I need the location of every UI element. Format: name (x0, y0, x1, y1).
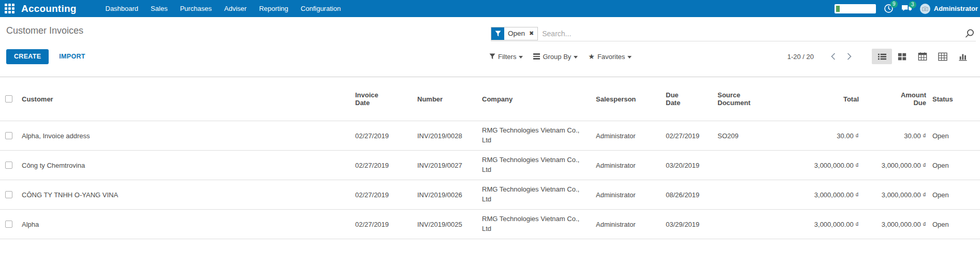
activity-count-badge: 9 (890, 1, 898, 8)
messages-button[interactable]: 3 (901, 4, 912, 13)
cell-salesperson: Administrator (593, 162, 663, 169)
menu-item-adviser[interactable]: Adviser (218, 0, 253, 17)
user-menu[interactable]: Administrator (920, 4, 978, 14)
cell-customer: CÔNG TY TNHH O-YANG VINA (19, 191, 352, 199)
cell-invoice-date: 02/27/2019 (352, 162, 414, 169)
search-input[interactable] (538, 30, 964, 38)
import-button[interactable]: IMPORT (59, 53, 85, 60)
calendar-view-button[interactable] (912, 49, 932, 64)
calendar-view-icon (918, 52, 927, 61)
view-switcher (872, 49, 973, 64)
column-header-number[interactable]: Number (414, 95, 479, 103)
column-header-due-date[interactable]: Due Date (663, 91, 714, 107)
row-checkbox[interactable] (5, 162, 12, 169)
group-by-label: Group By (543, 53, 571, 61)
cell-number: INV/2019/0027 (414, 162, 479, 169)
group-by-icon (533, 53, 540, 60)
cell-status: Open (929, 191, 968, 199)
column-header-salesperson[interactable]: Salesperson (593, 95, 663, 103)
cell-company: RMG Technologies Vietnam Co., Ltd (479, 185, 593, 204)
column-header-company[interactable]: Company (479, 95, 593, 103)
menu-item-reporting[interactable]: Reporting (253, 0, 294, 17)
row-checkbox[interactable] (5, 132, 12, 139)
table-row[interactable]: Alpha 02/27/2019 INV/2019/0025 RMG Techn… (0, 210, 980, 239)
cell-company: RMG Technologies Vietnam Co., Ltd (479, 126, 593, 145)
menu-item-configuration[interactable]: Configuration (295, 0, 347, 17)
cell-amount-due: 3,000,000.00 ₫ (862, 191, 929, 199)
app-title: Accounting (21, 3, 77, 14)
kanban-view-icon (898, 52, 906, 61)
pager-previous-button[interactable] (825, 50, 841, 63)
page-title: Customer Invoices (6, 25, 83, 36)
cell-due-date: 03/29/2019 (663, 221, 714, 228)
cell-number: INV/2019/0025 (414, 221, 479, 228)
menu-item-dashboard[interactable]: Dashboard (99, 0, 145, 17)
cell-salesperson: Administrator (593, 191, 663, 199)
create-button[interactable]: CREATE (6, 49, 49, 64)
group-by-dropdown[interactable]: Group By (533, 53, 578, 61)
cell-amount-due: 3,000,000.00 ₫ (862, 221, 929, 228)
cell-total: 3,000,000.00 ₫ (782, 191, 862, 199)
row-checkbox[interactable] (5, 221, 12, 228)
cell-number: INV/2019/0026 (414, 191, 479, 199)
cell-customer: Alpha (19, 221, 352, 228)
table-row[interactable]: Alpha, Invoice address 02/27/2019 INV/20… (0, 121, 980, 151)
message-count-badge: 3 (909, 1, 916, 8)
list-view-icon (877, 52, 887, 61)
favorites-label: Favorites (597, 53, 625, 61)
caret-down-icon (519, 56, 523, 59)
list-view-button[interactable] (872, 49, 892, 64)
pager-next-button[interactable] (841, 50, 857, 63)
invoice-list: Customer Invoice Date Number Company Sal… (0, 77, 980, 239)
cell-status: Open (929, 221, 968, 228)
cell-source-document: SO209 (714, 132, 782, 140)
apps-menu-icon[interactable] (5, 4, 15, 14)
column-header-total[interactable]: Total (782, 95, 862, 103)
timer-widget[interactable] (835, 4, 876, 13)
graph-view-icon (958, 52, 968, 61)
pivot-view-button[interactable] (932, 49, 953, 64)
search-facet-open[interactable]: Open ✖ (491, 27, 538, 40)
cell-total: 3,000,000.00 ₫ (782, 162, 862, 169)
search-options: Filters Group By ★ Favorites (489, 53, 632, 61)
filter-facet-icon (491, 27, 504, 40)
activities-button[interactable]: 9 (884, 4, 894, 13)
select-all-checkbox[interactable] (5, 95, 12, 103)
search-icon[interactable] (964, 28, 976, 39)
filter-icon (489, 53, 495, 60)
cell-number: INV/2019/0028 (414, 132, 479, 140)
column-header-invoice-date[interactable]: Invoice Date (352, 91, 414, 107)
facet-label: Open (504, 27, 529, 40)
star-icon: ★ (588, 53, 595, 60)
cell-status: Open (929, 132, 968, 140)
cell-company: RMG Technologies Vietnam Co., Ltd (479, 214, 593, 234)
menu-item-sales[interactable]: Sales (144, 0, 174, 17)
cell-salesperson: Administrator (593, 132, 663, 140)
cell-amount-due: 30.00 ₫ (862, 132, 929, 140)
filters-label: Filters (498, 53, 516, 61)
table-row[interactable]: CÔNG TY TNHH O-YANG VINA 02/27/2019 INV/… (0, 180, 980, 210)
menu-item-purchases[interactable]: Purchases (174, 0, 218, 17)
row-checkbox[interactable] (5, 191, 12, 198)
user-name: Administrator (934, 5, 978, 12)
column-header-source-document[interactable]: Source Document (714, 91, 782, 107)
list-header-row: Customer Invoice Date Number Company Sal… (0, 77, 980, 121)
column-header-amount-due[interactable]: Amount Due (862, 91, 929, 107)
pivot-view-icon (938, 52, 947, 61)
control-panel-buttons: CREATE IMPORT Filters Group By ★ Favorit… (0, 43, 980, 70)
column-header-status[interactable]: Status (929, 95, 968, 103)
favorites-dropdown[interactable]: ★ Favorites (588, 53, 632, 61)
top-navbar: Accounting Dashboard Sales Purchases Adv… (0, 0, 980, 17)
kanban-view-button[interactable] (892, 49, 912, 64)
pager-range: 1-20 / 20 (787, 53, 814, 61)
timer-progress-bar (836, 6, 840, 12)
facet-remove-icon[interactable]: ✖ (529, 27, 537, 40)
chevron-left-icon (830, 52, 836, 61)
table-row[interactable]: Công ty Chemtrovina 02/27/2019 INV/2019/… (0, 151, 980, 180)
navbar-systray: 9 3 Administrator (835, 0, 978, 17)
camera-icon (922, 6, 928, 11)
pager: 1-20 / 20 (787, 49, 973, 64)
column-header-customer[interactable]: Customer (19, 95, 352, 103)
graph-view-button[interactable] (953, 49, 973, 64)
filters-dropdown[interactable]: Filters (489, 53, 523, 61)
